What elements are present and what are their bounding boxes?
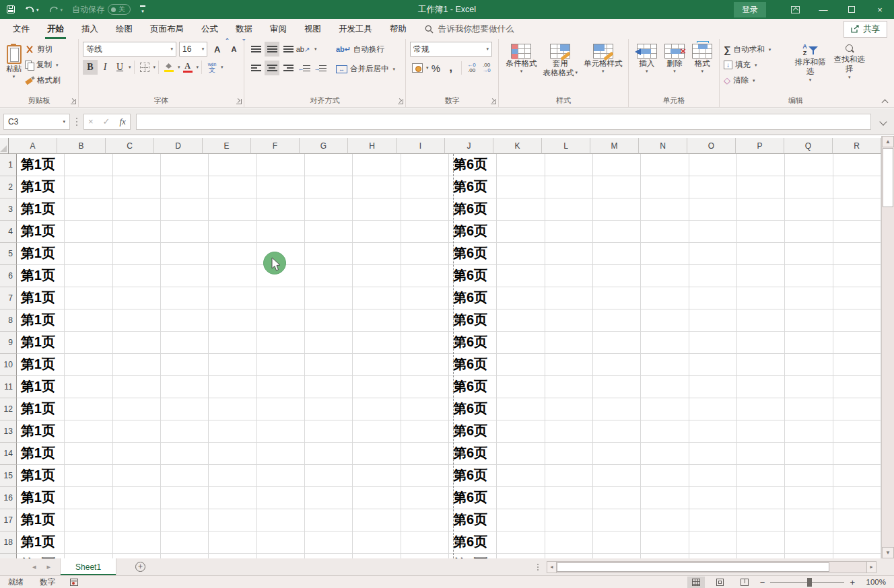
decrease-decimal-button[interactable]: .00→0 (479, 61, 494, 75)
cell-G4[interactable] (305, 221, 353, 243)
cell-Q9[interactable] (785, 332, 833, 354)
column-header-O[interactable]: O (687, 138, 736, 154)
cell-C10[interactable] (113, 354, 161, 376)
cell-L4[interactable] (545, 221, 593, 243)
cell-R1[interactable] (833, 154, 881, 176)
column-header-I[interactable]: I (397, 138, 445, 154)
cell-E6[interactable] (209, 265, 256, 287)
cell-J3[interactable]: 第6页 (449, 198, 497, 221)
cell-B19[interactable] (65, 554, 112, 558)
cell-N13[interactable] (641, 420, 689, 443)
cell-B18[interactable] (65, 531, 112, 554)
cell-I11[interactable] (401, 376, 449, 398)
cell-styles-button[interactable]: 单元格样式 ▾ (582, 42, 625, 95)
cell-H18[interactable] (353, 531, 401, 554)
cell-styles-dropdown-icon[interactable]: ▾ (602, 69, 605, 75)
ribbon-tab-4[interactable]: 绘图 (107, 19, 141, 39)
cell-L7[interactable] (545, 287, 593, 309)
cell-I14[interactable] (401, 443, 449, 465)
wrap-text-button[interactable]: ab↵ 自动换行 (336, 42, 395, 57)
cell-Q12[interactable] (785, 398, 833, 420)
cell-F18[interactable] (257, 531, 305, 554)
cell-R18[interactable] (833, 531, 881, 554)
cell-A18[interactable]: 第1页 (17, 531, 65, 554)
cell-P9[interactable] (737, 332, 785, 354)
cell-A11[interactable]: 第1页 (17, 376, 65, 398)
cell-Q7[interactable] (785, 287, 833, 309)
cell-F10[interactable] (257, 354, 305, 376)
cell-C1[interactable] (113, 154, 161, 176)
cell-F14[interactable] (257, 443, 305, 465)
cell-N10[interactable] (641, 354, 689, 376)
cell-B6[interactable] (65, 265, 112, 287)
cell-C9[interactable] (113, 332, 161, 354)
undo-button[interactable]: ▾ (24, 5, 39, 14)
ribbon-tab-11[interactable]: 帮助 (381, 19, 415, 39)
cell-L12[interactable] (545, 398, 593, 420)
bottom-align-button[interactable] (281, 42, 296, 57)
cell-K7[interactable] (497, 287, 545, 309)
cell-B8[interactable] (65, 309, 112, 332)
cell-L13[interactable] (545, 420, 593, 443)
cell-F9[interactable] (257, 332, 305, 354)
cell-D13[interactable] (161, 420, 209, 443)
cell-N8[interactable] (641, 309, 689, 332)
cell-F8[interactable] (257, 309, 305, 332)
cell-A7[interactable]: 第1页 (17, 287, 65, 309)
format-as-table-dropdown-icon[interactable]: ▾ (575, 70, 578, 76)
cell-L11[interactable] (545, 376, 593, 398)
align-center-button[interactable] (265, 61, 279, 75)
cell-K9[interactable] (497, 332, 545, 354)
cell-B10[interactable] (65, 354, 112, 376)
cell-A19[interactable]: 第1页 (17, 554, 65, 558)
cell-H7[interactable] (353, 287, 401, 309)
cell-E2[interactable] (209, 176, 256, 198)
cell-B13[interactable] (65, 420, 112, 443)
cell-M16[interactable] (593, 487, 641, 509)
alignment-dialog-launcher[interactable] (398, 99, 403, 104)
cell-G18[interactable] (305, 531, 353, 554)
orientation-dropdown-icon[interactable]: ▾ (314, 46, 317, 52)
cell-I6[interactable] (401, 265, 449, 287)
font-dialog-launcher[interactable] (236, 99, 242, 104)
cell-I7[interactable] (401, 287, 449, 309)
fill-color-button[interactable] (162, 60, 176, 75)
cell-E4[interactable] (209, 221, 256, 243)
column-header-D[interactable]: D (154, 138, 203, 154)
ribbon-tab-9[interactable]: 视图 (296, 19, 330, 39)
cell-K12[interactable] (497, 398, 545, 420)
cell-P15[interactable] (737, 465, 785, 487)
cell-J18[interactable]: 第6页 (449, 531, 497, 554)
cell-A3[interactable]: 第1页 (17, 198, 65, 221)
cell-H11[interactable] (353, 376, 401, 398)
ribbon-tab-8[interactable]: 审阅 (261, 19, 296, 39)
cell-L17[interactable] (545, 509, 593, 531)
redo-button[interactable]: ▾ (48, 5, 63, 14)
row-header-16[interactable]: 16 (0, 487, 17, 509)
cell-F15[interactable] (257, 465, 305, 487)
row-header-10[interactable]: 10 (0, 354, 17, 376)
row-header-7[interactable]: 7 (0, 287, 17, 309)
cell-N3[interactable] (641, 198, 689, 221)
cell-G15[interactable] (305, 465, 353, 487)
cell-M19[interactable] (593, 554, 641, 558)
vertical-scroll-thumb[interactable] (883, 148, 893, 207)
decrease-font-size-button[interactable]: A (227, 42, 241, 57)
vertical-scrollbar[interactable]: ▲ ▼ (881, 136, 894, 558)
paste-dropdown-icon[interactable]: ▾ (13, 74, 15, 80)
cell-C8[interactable] (113, 309, 161, 332)
cell-G17[interactable] (305, 509, 353, 531)
cell-L15[interactable] (545, 465, 593, 487)
cell-L3[interactable] (545, 198, 593, 221)
cell-N19[interactable] (641, 554, 689, 558)
cell-O4[interactable] (689, 221, 737, 243)
horizontal-scroll-thumb[interactable] (557, 562, 829, 572)
normal-view-button[interactable] (687, 577, 705, 588)
cell-A6[interactable]: 第1页 (17, 265, 65, 287)
cell-L18[interactable] (545, 531, 593, 554)
cell-H1[interactable] (353, 154, 401, 176)
name-box[interactable]: C3▾ (3, 114, 70, 130)
row-header-12[interactable]: 12 (0, 398, 17, 420)
cell-P6[interactable] (737, 265, 785, 287)
row-header-6[interactable]: 6 (0, 265, 17, 287)
